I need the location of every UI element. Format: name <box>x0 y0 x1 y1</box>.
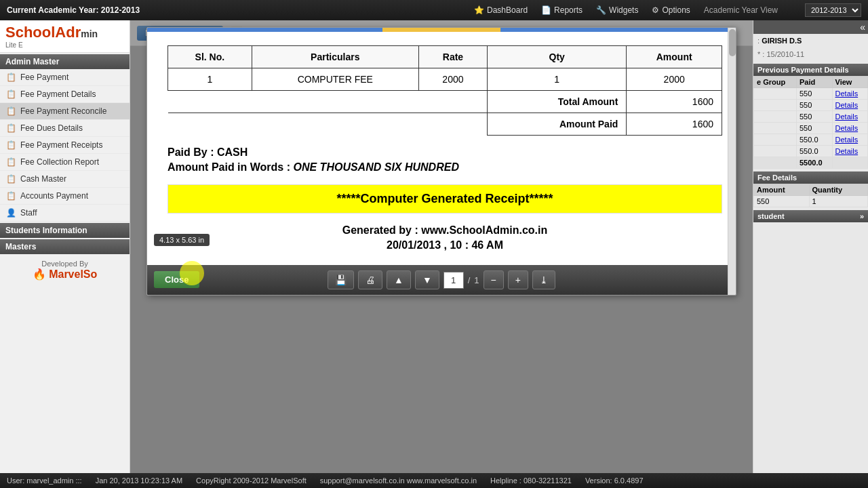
sidebar-label-fee-payment-details: Fee Payment Details <box>20 89 96 99</box>
academic-year-view-label: Academic Year View <box>704 5 778 15</box>
document-icon: 📋 <box>5 89 16 100</box>
sidebar-label-cash-master: Cash Master <box>20 174 66 184</box>
scroll-down-button[interactable]: ▼ <box>415 270 439 289</box>
prev-payment-row: 550 Details <box>754 123 868 134</box>
amount-paid-value: 1600 <box>627 113 722 136</box>
cash-icon: 📋 <box>5 174 16 184</box>
copyright-label: CopyRight 2009-2012 MarvelSoft <box>196 476 307 485</box>
group-val <box>754 88 797 100</box>
scroll-up-button[interactable]: ▲ <box>387 270 411 289</box>
page-current-input[interactable] <box>443 272 464 289</box>
user-label: User: marvel_admin ::: <box>7 476 82 485</box>
prev-payment-row: 550 Details <box>754 88 868 100</box>
details-link[interactable]: Details <box>835 113 859 121</box>
roll-value: 15/2010-11 <box>766 50 804 58</box>
sidebar: SchoolAdrmin Lite E Admin Master 📋 Fee P… <box>0 20 130 488</box>
prev-payment-row: 550 Details <box>754 111 868 123</box>
receipt-table: Sl. No. Particulars Rate Qty Amount 1 CO… <box>167 45 722 136</box>
close-button[interactable]: Close <box>154 271 199 288</box>
sidebar-item-fee-payment-receipts[interactable]: 📋 Fee Payment Receipts <box>0 137 130 154</box>
details-link[interactable]: Details <box>835 101 859 109</box>
sidebar-item-fee-payment[interactable]: 📋 Fee Payment <box>0 69 130 86</box>
zoom-out-button[interactable]: − <box>484 270 504 289</box>
widgets-label: Widgets <box>609 5 638 15</box>
group-val <box>754 123 797 134</box>
details-link[interactable]: Details <box>835 124 859 132</box>
sidebar-item-fee-collection-report[interactable]: 📋 Fee Collection Report <box>0 154 130 171</box>
options-icon: ⚙ <box>652 5 659 15</box>
sidebar-item-fee-payment-reconcile[interactable]: 📋 Fee Payment Reconcile <box>0 103 130 120</box>
students-info-header: Students Information <box>0 223 130 238</box>
paid-val: 550.0 <box>797 134 833 146</box>
rp-toggle-button[interactable]: « <box>753 20 868 34</box>
sidebar-item-fee-dues-details[interactable]: 📋 Fee Dues Details <box>0 120 130 137</box>
prev-payment-row: 550.0 Details <box>754 146 868 157</box>
reports-nav[interactable]: 📄 Reports <box>541 5 583 15</box>
paid-val: 550 <box>797 100 833 111</box>
document-icon: 📋 <box>5 123 16 134</box>
sidebar-item-staff[interactable]: 👤 Staff <box>0 205 130 222</box>
prev-payment-table: e Group Paid View 550 Details 550 Detail… <box>753 76 868 169</box>
sidebar-item-cash-master[interactable]: 📋 Cash Master <box>0 171 130 188</box>
fee-details-table: Amount Quantity 550 1 <box>753 184 868 207</box>
paid-val: 550 <box>797 123 833 134</box>
student-toggle-icon[interactable]: » <box>860 212 864 220</box>
report-icon: 📋 <box>5 157 16 167</box>
dashboard-label: DashBoard <box>487 5 528 15</box>
total-amount-row: Total Amount 1600 <box>168 91 722 113</box>
student-name: GIRISH D.S <box>762 37 802 45</box>
zoom-in-button[interactable]: + <box>508 270 528 289</box>
options-nav[interactable]: ⚙ Options <box>652 5 690 15</box>
fee-details-row: 550 1 <box>754 196 868 207</box>
group-val <box>754 134 797 146</box>
receipt-icon: 📋 <box>5 140 16 150</box>
sidebar-item-fee-payment-details[interactable]: 📋 Fee Payment Details <box>0 86 130 103</box>
cell-particulars: COMPUTER FEE <box>252 68 418 91</box>
col-group: e Group <box>754 77 797 88</box>
modal-scrollbar[interactable] <box>728 28 736 295</box>
paid-val: 550 <box>797 111 833 123</box>
amount-paid-row: Amount Paid 1600 <box>168 113 722 136</box>
sidebar-item-accounts-payment[interactable]: 📋 Accounts Payment <box>0 188 130 205</box>
details-link[interactable]: Details <box>835 147 859 155</box>
total-view-cell <box>832 157 867 169</box>
col-rate: Rate <box>418 46 487 68</box>
col-paid: Paid <box>797 77 833 88</box>
marvel-logo: 🔥 MarvelSo <box>5 268 124 281</box>
empty-cell2 <box>168 113 488 136</box>
details-link[interactable]: Details <box>835 136 859 144</box>
logo-text: SchoolAdrmin <box>5 24 98 41</box>
right-panel: « : GIRISH D.S * : 15/2010-11 Previous P… <box>753 20 868 488</box>
year-select-wrapper[interactable]: 2012-2013 2011-2012 2010-2011 <box>805 3 861 17</box>
cell-rate: 2000 <box>418 68 487 91</box>
paid-words: Amount Paid in Words : ONE THOUSAND SIX … <box>167 161 722 174</box>
widgets-icon: 🔧 <box>596 5 606 15</box>
modal-toolbar: 💾 🖨 ▲ ▼ / 1 − + ⤓ <box>147 265 736 295</box>
student-header-label: student <box>757 212 785 220</box>
save-button[interactable]: 💾 <box>328 270 354 289</box>
prev-payment-row: 550.0 Details <box>754 134 868 146</box>
developed-by-label: Developed By <box>5 260 124 268</box>
total-paid-val: 5500.0 <box>797 157 833 169</box>
total-label: Total Amount <box>488 91 627 113</box>
rp-roll: * : 15/2010-11 <box>753 47 868 61</box>
top-bar: Current Academic Year: 2012-2013 ⭐ DashB… <box>0 0 868 20</box>
group-val <box>754 100 797 111</box>
col-qty: Qty <box>488 46 627 68</box>
year-select[interactable]: 2012-2013 2011-2012 2010-2011 <box>805 3 861 17</box>
helpline-label: Helpline : 080-32211321 <box>490 476 572 485</box>
print-button[interactable]: 🖨 <box>358 270 382 289</box>
staff-icon: 👤 <box>5 207 16 218</box>
widgets-nav[interactable]: 🔧 Widgets <box>596 5 638 15</box>
col-view: View <box>832 77 867 88</box>
prev-payment-header: Previous Payment Details <box>753 64 868 76</box>
group-val <box>754 146 797 157</box>
main-layout: SchoolAdrmin Lite E Admin Master 📋 Fee P… <box>0 20 868 488</box>
sidebar-label-fee-payment-reconcile: Fee Payment Reconcile <box>20 106 106 116</box>
export-button[interactable]: ⤓ <box>532 270 555 289</box>
total-label-cell <box>754 157 797 169</box>
current-year-label: Current Academic Year: 2012-2013 <box>7 5 474 15</box>
modal-overlay: Sl. No. Particulars Rate Qty Amount 1 CO… <box>130 20 753 488</box>
dashboard-nav[interactable]: ⭐ DashBoard <box>474 5 528 15</box>
details-link[interactable]: Details <box>835 89 859 98</box>
